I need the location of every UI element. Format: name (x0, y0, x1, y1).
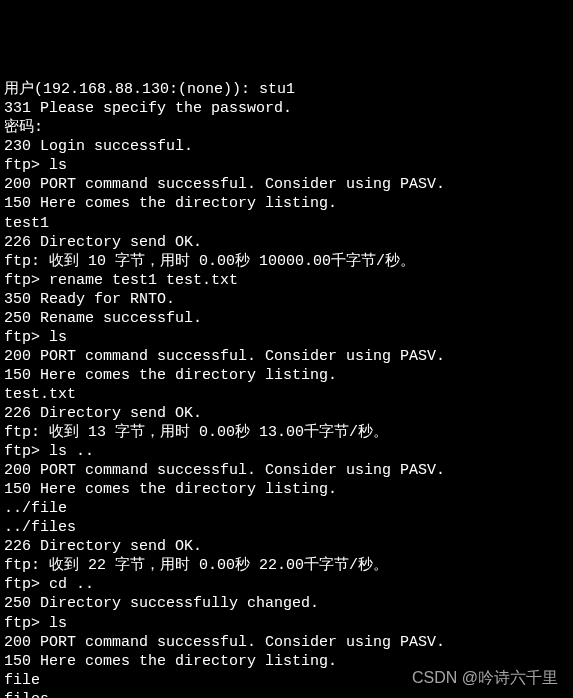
terminal-line: 250 Directory successfully changed. (4, 594, 569, 613)
terminal-line: 230 Login successful. (4, 137, 569, 156)
terminal-line: test.txt (4, 385, 569, 404)
terminal-line: 150 Here comes the directory listing. (4, 480, 569, 499)
terminal-line: 200 PORT command successful. Consider us… (4, 633, 569, 652)
terminal-line: 200 PORT command successful. Consider us… (4, 461, 569, 480)
watermark: CSDN @吟诗六千里 (412, 668, 558, 688)
terminal-line: 331 Please specify the password. (4, 99, 569, 118)
terminal-line: 350 Ready for RNTO. (4, 290, 569, 309)
terminal-line: ftp> ls (4, 156, 569, 175)
terminal-line: ftp> cd .. (4, 575, 569, 594)
terminal-line: ftp> ls (4, 614, 569, 633)
terminal-line: 226 Directory send OK. (4, 233, 569, 252)
terminal-output[interactable]: 用户(192.168.88.130:(none)): stu1331 Pleas… (4, 80, 569, 698)
terminal-line: 150 Here comes the directory listing. (4, 366, 569, 385)
terminal-line: 226 Directory send OK. (4, 404, 569, 423)
terminal-line: 密码: (4, 118, 569, 137)
terminal-line: ftp: 收到 22 字节，用时 0.00秒 22.00千字节/秒。 (4, 556, 569, 575)
terminal-line: 200 PORT command successful. Consider us… (4, 175, 569, 194)
terminal-line: 250 Rename successful. (4, 309, 569, 328)
terminal-line: ftp> ls .. (4, 442, 569, 461)
terminal-line: ftp: 收到 13 字节，用时 0.00秒 13.00千字节/秒。 (4, 423, 569, 442)
terminal-line: ../file (4, 499, 569, 518)
terminal-line: 226 Directory send OK. (4, 537, 569, 556)
terminal-line: ../files (4, 518, 569, 537)
terminal-line: files (4, 690, 569, 698)
terminal-line: ftp> ls (4, 328, 569, 347)
terminal-line: 用户(192.168.88.130:(none)): stu1 (4, 80, 569, 99)
terminal-line: 200 PORT command successful. Consider us… (4, 347, 569, 366)
terminal-line: test1 (4, 214, 569, 233)
terminal-line: 150 Here comes the directory listing. (4, 194, 569, 213)
terminal-line: ftp> rename test1 test.txt (4, 271, 569, 290)
terminal-line: ftp: 收到 10 字节，用时 0.00秒 10000.00千字节/秒。 (4, 252, 569, 271)
